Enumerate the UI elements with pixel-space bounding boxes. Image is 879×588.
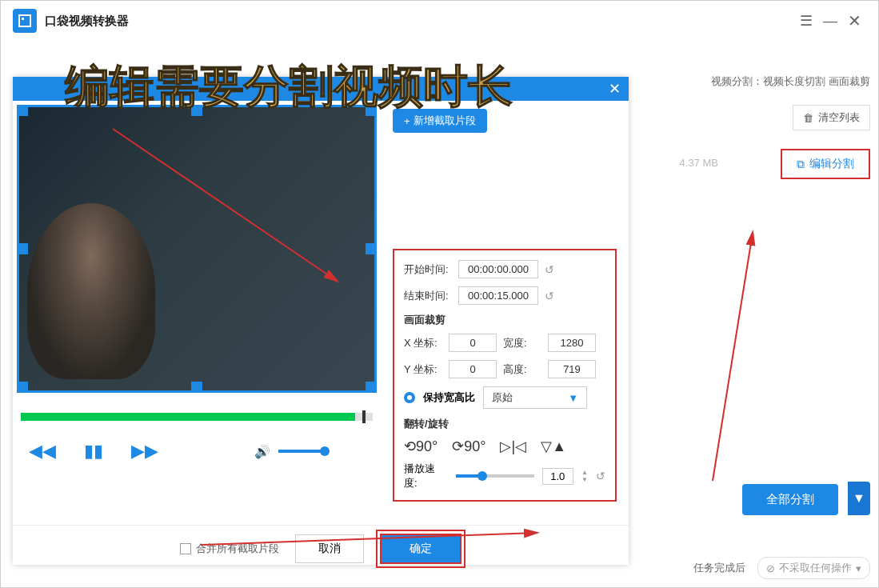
minimize-icon[interactable]: — [818,9,842,33]
height-input[interactable]: 719 [548,360,596,378]
dialog-header: ✕ [13,77,629,101]
flip-horizontal-icon[interactable]: ▷|◁ [500,438,526,455]
app-title: 口袋视频转换器 [45,14,129,29]
add-segment-button[interactable]: + 新增截取片段 [393,109,487,133]
clear-list-button[interactable]: 🗑 清空列表 [793,105,870,130]
timeline[interactable] [21,413,373,421]
end-time-input[interactable]: 00:00:15.000 [458,286,538,305]
trash-icon: 🗑 [803,112,813,124]
speed-slider[interactable] [456,474,534,478]
app-icon [13,9,37,33]
crop-handle[interactable] [366,243,377,254]
close-icon[interactable]: ✕ [842,9,866,33]
speed-label: 播放速度: [404,462,448,490]
start-time-label: 开始时间: [404,262,452,277]
split-all-dropdown[interactable]: ▼ [848,482,870,515]
playback-controls: ◀◀ ▮▮ ▶▶ 🔊 [13,429,381,474]
speed-stepper[interactable]: ▲▼ [581,469,588,483]
speed-input[interactable]: 1.0 [542,468,574,485]
preview-pane: ◀◀ ▮▮ ▶▶ 🔊 [13,101,381,525]
split-info-text: 视频分割：视频长度切割 画面裁剪 [711,74,870,89]
pause-icon[interactable]: ▮▮ [84,441,103,462]
split-icon: ⧉ [797,158,805,171]
svg-rect-1 [22,18,24,20]
volume-icon[interactable]: 🔊 [254,444,270,459]
reset-icon[interactable]: ↺ [596,470,605,482]
settings-box: 开始时间: 00:00:00.000 ↺ 结束时间: 00:00:15.000 … [393,249,617,502]
width-input[interactable]: 1280 [548,334,596,352]
bottom-status: 任务完成后 ⊘ 不采取任何操作 ▾ [693,557,870,579]
rotate-right-icon[interactable]: ⟳90° [452,438,485,455]
crop-handle[interactable] [191,382,202,393]
checkbox-icon[interactable] [180,543,191,554]
chevron-down-icon: ▾ [856,562,861,574]
crop-handle[interactable] [366,382,377,393]
x-label: X 坐标: [404,336,442,350]
rewind-icon[interactable]: ◀◀ [29,441,56,462]
file-size-label: 4.37 MB [680,157,718,169]
end-time-label: 结束时间: [404,289,452,303]
flip-title: 翻转/旋转 [404,417,605,431]
video-preview[interactable] [17,105,377,393]
reset-icon[interactable]: ↺ [545,290,554,302]
dialog-close-icon[interactable]: ✕ [609,80,621,98]
crop-handle[interactable] [366,105,377,116]
speed-thumb[interactable] [477,471,487,481]
cancel-button[interactable]: 取消 [295,534,364,563]
start-time-input[interactable]: 00:00:00.000 [458,260,538,278]
x-input[interactable]: 0 [449,334,497,352]
ratio-select[interactable]: 原始 ▼ [483,386,587,409]
height-label: 高度: [503,362,541,377]
crop-handle[interactable] [191,105,202,116]
forward-icon[interactable]: ▶▶ [131,441,158,462]
forbid-icon: ⊘ [766,562,775,574]
width-label: 宽度: [503,336,541,350]
reset-icon[interactable]: ↺ [545,263,554,276]
plus-icon: + [404,115,410,127]
crop-handle[interactable] [17,382,28,393]
menu-icon[interactable]: ☰ [794,9,818,33]
edit-split-button[interactable]: ⧉ 编辑分割 [781,149,870,179]
post-action-select[interactable]: ⊘ 不采取任何操作 ▾ [757,557,870,579]
svg-line-7 [713,233,753,481]
crop-title: 画面裁剪 [404,313,605,327]
flip-vertical-icon[interactable]: ▽▲ [541,438,566,455]
merge-checkbox[interactable]: 合并所有截取片段 [180,542,279,556]
split-all-button[interactable]: 全部分割 [742,484,838,515]
svg-rect-0 [19,15,30,26]
volume-thumb[interactable] [320,446,330,456]
settings-pane: + 新增截取片段 开始时间: 00:00:00.000 ↺ 结束时间: 00:0… [381,101,629,525]
task-complete-label: 任务完成后 [693,561,745,575]
volume-control: 🔊 [254,444,326,459]
chevron-down-icon: ▼ [568,392,578,404]
rotate-left-icon[interactable]: ⟲90° [404,438,438,455]
timeline-fill [21,413,355,421]
dialog-footer: 合并所有截取片段 取消 确定 [13,525,629,572]
keep-ratio-radio[interactable] [404,392,415,403]
volume-slider[interactable] [278,450,326,453]
y-label: Y 坐标: [404,362,442,377]
y-input[interactable]: 0 [449,360,497,378]
crop-handle[interactable] [17,105,28,116]
crop-handle[interactable] [17,243,28,254]
titlebar: 口袋视频转换器 ☰ — ✕ [1,1,878,41]
edit-dialog: ✕ ◀◀ ▮▮ ▶▶ � [13,77,629,565]
video-content [27,203,155,379]
confirm-button[interactable]: 确定 [380,534,461,564]
timeline-handle[interactable] [362,410,366,423]
keep-ratio-label: 保持宽高比 [423,390,475,405]
